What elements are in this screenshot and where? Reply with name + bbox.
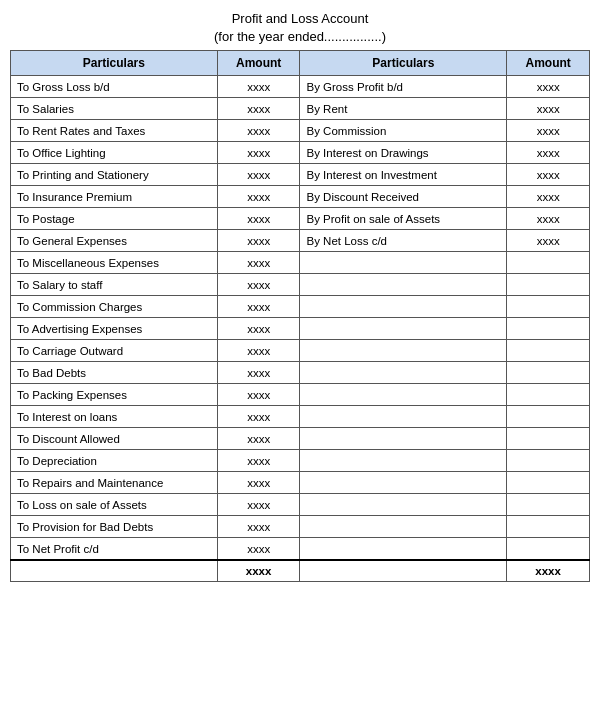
right-particular-9 (300, 274, 507, 296)
right-amount-7: xxxx (507, 230, 590, 252)
right-amount-10 (507, 296, 590, 318)
left-amount-8: xxxx (217, 252, 300, 274)
left-particular-13: To Bad Debts (11, 362, 218, 384)
left-particular-22 (11, 560, 218, 582)
left-particular-8: To Miscellaneous Expenses (11, 252, 218, 274)
header-right-amount: Amount (507, 51, 590, 76)
right-particular-7: By Net Loss c/d (300, 230, 507, 252)
left-amount-18: xxxx (217, 472, 300, 494)
main-container: Profit and Loss Account (for the year en… (10, 10, 590, 582)
left-particular-6: To Postage (11, 208, 218, 230)
right-particular-6: By Profit on sale of Assets (300, 208, 507, 230)
right-amount-18 (507, 472, 590, 494)
left-particular-16: To Discount Allowed (11, 428, 218, 450)
left-amount-15: xxxx (217, 406, 300, 428)
left-particular-21: To Net Profit c/d (11, 538, 218, 560)
left-particular-20: To Provision for Bad Debts (11, 516, 218, 538)
left-amount-10: xxxx (217, 296, 300, 318)
left-particular-18: To Repairs and Maintenance (11, 472, 218, 494)
header-left-particulars: Particulars (11, 51, 218, 76)
right-particular-0: By Gross Profit b/d (300, 76, 507, 98)
right-particular-14 (300, 384, 507, 406)
profit-loss-table: Particulars Amount Particulars Amount To… (10, 50, 590, 582)
right-amount-12 (507, 340, 590, 362)
left-amount-17: xxxx (217, 450, 300, 472)
right-amount-8 (507, 252, 590, 274)
right-particular-12 (300, 340, 507, 362)
left-particular-17: To Depreciation (11, 450, 218, 472)
left-amount-1: xxxx (217, 98, 300, 120)
right-particular-13 (300, 362, 507, 384)
title-line1: Profit and Loss Account (10, 10, 590, 28)
right-particular-5: By Discount Received (300, 186, 507, 208)
left-particular-7: To General Expenses (11, 230, 218, 252)
left-particular-0: To Gross Loss b/d (11, 76, 218, 98)
left-amount-20: xxxx (217, 516, 300, 538)
left-amount-2: xxxx (217, 120, 300, 142)
right-particular-22 (300, 560, 507, 582)
left-amount-21: xxxx (217, 538, 300, 560)
right-particular-17 (300, 450, 507, 472)
right-particular-18 (300, 472, 507, 494)
left-amount-12: xxxx (217, 340, 300, 362)
left-amount-16: xxxx (217, 428, 300, 450)
right-amount-19 (507, 494, 590, 516)
left-particular-11: To Advertising Expenses (11, 318, 218, 340)
right-particular-19 (300, 494, 507, 516)
left-amount-11: xxxx (217, 318, 300, 340)
right-amount-5: xxxx (507, 186, 590, 208)
right-particular-1: By Rent (300, 98, 507, 120)
right-amount-9 (507, 274, 590, 296)
left-particular-5: To Insurance Premium (11, 186, 218, 208)
right-particular-10 (300, 296, 507, 318)
right-amount-6: xxxx (507, 208, 590, 230)
right-amount-1: xxxx (507, 98, 590, 120)
left-particular-2: To Rent Rates and Taxes (11, 120, 218, 142)
right-particular-20 (300, 516, 507, 538)
left-amount-7: xxxx (217, 230, 300, 252)
left-amount-0: xxxx (217, 76, 300, 98)
right-particular-2: By Commission (300, 120, 507, 142)
left-particular-15: To Interest on loans (11, 406, 218, 428)
left-amount-9: xxxx (217, 274, 300, 296)
right-particular-16 (300, 428, 507, 450)
left-amount-14: xxxx (217, 384, 300, 406)
right-amount-4: xxxx (507, 164, 590, 186)
left-particular-14: To Packing Expenses (11, 384, 218, 406)
left-amount-22: xxxx (217, 560, 300, 582)
left-amount-4: xxxx (217, 164, 300, 186)
left-particular-9: To Salary to staff (11, 274, 218, 296)
right-amount-22: xxxx (507, 560, 590, 582)
right-particular-8 (300, 252, 507, 274)
right-amount-11 (507, 318, 590, 340)
title-line2: (for the year ended................) (10, 28, 590, 46)
right-particular-21 (300, 538, 507, 560)
right-amount-20 (507, 516, 590, 538)
left-amount-3: xxxx (217, 142, 300, 164)
right-amount-13 (507, 362, 590, 384)
left-particular-3: To Office Lighting (11, 142, 218, 164)
left-amount-13: xxxx (217, 362, 300, 384)
right-amount-16 (507, 428, 590, 450)
right-particular-3: By Interest on Drawings (300, 142, 507, 164)
left-particular-1: To Salaries (11, 98, 218, 120)
left-amount-5: xxxx (217, 186, 300, 208)
left-particular-19: To Loss on sale of Assets (11, 494, 218, 516)
right-amount-15 (507, 406, 590, 428)
header-right-particulars: Particulars (300, 51, 507, 76)
right-particular-15 (300, 406, 507, 428)
right-amount-2: xxxx (507, 120, 590, 142)
left-particular-12: To Carriage Outward (11, 340, 218, 362)
left-particular-4: To Printing and Stationery (11, 164, 218, 186)
page-title: Profit and Loss Account (for the year en… (10, 10, 590, 46)
right-amount-14 (507, 384, 590, 406)
left-amount-19: xxxx (217, 494, 300, 516)
right-amount-3: xxxx (507, 142, 590, 164)
header-left-amount: Amount (217, 51, 300, 76)
right-amount-21 (507, 538, 590, 560)
left-particular-10: To Commission Charges (11, 296, 218, 318)
left-amount-6: xxxx (217, 208, 300, 230)
right-particular-4: By Interest on Investment (300, 164, 507, 186)
right-amount-17 (507, 450, 590, 472)
right-amount-0: xxxx (507, 76, 590, 98)
